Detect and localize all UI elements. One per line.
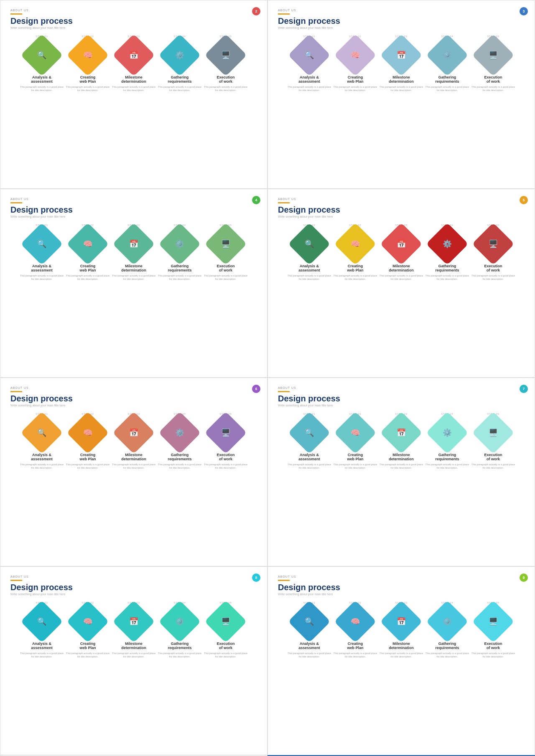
about-label-8: ABOUT US xyxy=(278,575,525,578)
slides-grid: 2 ABOUT US Design process Write somethin… xyxy=(0,0,535,756)
slide-5: 6 ABOUT US Design process Write somethin… xyxy=(0,378,268,566)
step-name-8-2: Creatingweb Plan xyxy=(347,642,363,651)
step-name-5-2: Creatingweb Plan xyxy=(79,453,96,462)
step-name-2-2: Creatingweb Plan xyxy=(347,75,363,84)
step-item-6-5: STEP 05 🖥️ Executionof work This paragra… xyxy=(470,413,516,470)
slide-badge-3: 4 xyxy=(252,196,260,204)
step-item-1-4: STEP 04 ⚙️ Gatheringrequirements This pa… xyxy=(157,35,203,92)
step-desc-6-4: This paragraph actually is a good place … xyxy=(424,463,470,470)
step-desc-4-2: This paragraph actually is a good place … xyxy=(332,274,378,281)
steps-row-4: STEP 01 🔍 Analysis &assessment This para… xyxy=(278,224,525,281)
step-name-6-1: Analysis &assessment xyxy=(298,453,320,462)
step-desc-6-5: This paragraph actually is a good place … xyxy=(470,463,516,470)
diamond-4-5: 🖥️ xyxy=(476,227,510,261)
diamond-5-2: 🧠 xyxy=(71,416,104,449)
about-label-1: ABOUT US xyxy=(10,9,257,12)
slide-title-4: Design process xyxy=(278,205,525,214)
step-desc-2-1: This paragraph actually is a good place … xyxy=(286,86,332,92)
step-name-3-2: Creatingweb Plan xyxy=(79,264,96,273)
step-name-1-4: Gatheringrequirements xyxy=(168,75,191,84)
step-item-5-4: STEP 04 ⚙️ Gatheringrequirements This pa… xyxy=(157,413,203,470)
step-name-6-3: Milestonedetermination xyxy=(389,453,414,462)
step-desc-3-2: This paragraph actually is a good place … xyxy=(65,274,111,281)
steps-row-5: STEP 01 🔍 Analysis &assessment This para… xyxy=(10,413,257,470)
step-desc-7-2: This paragraph actually is a good place … xyxy=(65,652,111,659)
step-name-4-2: Creatingweb Plan xyxy=(347,264,363,273)
step-name-8-5: Executionof work xyxy=(484,642,502,651)
accent-line-3 xyxy=(10,202,22,203)
slide-badge-2: 3 xyxy=(520,7,528,15)
step-desc-5-2: This paragraph actually is a good place … xyxy=(65,463,111,470)
step-desc-5-5: This paragraph actually is a good place … xyxy=(203,463,249,470)
step-desc-7-4: This paragraph actually is a good place … xyxy=(157,652,203,659)
slide-2: 3 ABOUT US Design process Write somethin… xyxy=(268,0,535,189)
step-item-1-2: STEP 02 🧠 Creatingweb Plan This paragrap… xyxy=(65,35,111,92)
step-desc-1-5: This paragraph actually is a good place … xyxy=(203,86,249,92)
step-name-7-1: Analysis &assessment xyxy=(31,642,53,651)
step-name-5-4: Gatheringrequirements xyxy=(168,453,191,462)
diamond-7-5: 🖥️ xyxy=(209,605,242,638)
diamond-4-1: 🔍 xyxy=(293,227,326,261)
diamond-7-3: 📅 xyxy=(117,605,150,638)
step-item-2-5: STEP 05 🖥️ Executionof work This paragra… xyxy=(470,35,516,92)
step-desc-1-4: This paragraph actually is a good place … xyxy=(157,86,203,92)
step-item-7-3: STEP 03 📅 Milestonedetermination This pa… xyxy=(111,601,157,659)
step-item-1-5: STEP 05 🖥️ Executionof work This paragra… xyxy=(203,35,249,92)
slide-title-8: Design process xyxy=(278,583,525,592)
step-desc-5-3: This paragraph actually is a good place … xyxy=(111,463,157,470)
step-desc-6-3: This paragraph actually is a good place … xyxy=(378,463,424,470)
diamond-6-4: ⚙️ xyxy=(431,416,464,449)
slide-badge-5: 6 xyxy=(252,385,260,393)
step-item-6-1: STEP 01 🔍 Analysis &assessment This para… xyxy=(286,413,332,470)
step-name-1-1: Analysis &assessment xyxy=(31,75,53,84)
accent-line-6 xyxy=(278,391,290,392)
about-label-4: ABOUT US xyxy=(278,198,525,200)
step-item-2-4: STEP 04 ⚙️ Gatheringrequirements This pa… xyxy=(424,35,470,92)
step-desc-5-4: This paragraph actually is a good place … xyxy=(157,463,203,470)
accent-line-4 xyxy=(278,202,290,203)
step-item-4-3: STEP 03 📅 Milestonedetermination This pa… xyxy=(378,224,424,281)
slide-6: 7 ABOUT US Design process Write somethin… xyxy=(268,378,535,566)
diamond-1-1: 🔍 xyxy=(25,38,59,72)
step-item-8-5: STEP 05 🖥️ Executionof work This paragra… xyxy=(470,601,516,659)
step-item-5-2: STEP 02 🧠 Creatingweb Plan This paragrap… xyxy=(65,413,111,470)
slide-title-1: Design process xyxy=(10,16,257,25)
step-item-7-1: STEP 01 🔍 Analysis &assessment This para… xyxy=(19,601,65,659)
diamond-2-4: ⚙️ xyxy=(431,38,464,72)
step-name-4-1: Analysis &assessment xyxy=(298,264,320,273)
diamond-8-4: ⚙️ xyxy=(431,605,464,638)
slide-7: 8 ABOUT US Design process Write somethin… xyxy=(0,566,268,755)
step-name-3-5: Executionof work xyxy=(217,264,234,273)
step-desc-7-5: This paragraph actually is a good place … xyxy=(203,652,249,659)
step-name-4-3: Milestonedetermination xyxy=(389,264,414,273)
step-desc-4-5: This paragraph actually is a good place … xyxy=(470,274,516,281)
step-item-7-2: STEP 02 🧠 Creatingweb Plan This paragrap… xyxy=(65,601,111,659)
step-name-6-4: Gatheringrequirements xyxy=(435,453,459,462)
step-item-3-5: STEP 05 🖥️ Executionof work This paragra… xyxy=(203,224,249,281)
slide-subtitle-6: Write something about your main title he… xyxy=(278,404,525,407)
step-name-7-5: Executionof work xyxy=(217,642,234,651)
diamond-2-3: 📅 xyxy=(385,38,418,72)
diamond-7-1: 🔍 xyxy=(25,605,59,638)
step-item-7-5: STEP 05 🖥️ Executionof work This paragra… xyxy=(203,601,249,659)
accent-line-2 xyxy=(278,13,290,15)
slide-subtitle-1: Write something about your main title he… xyxy=(10,26,257,29)
slide-subtitle-3: Write something about your main title he… xyxy=(10,215,257,218)
diamond-8-5: 🖥️ xyxy=(476,605,510,638)
step-item-4-1: STEP 01 🔍 Analysis &assessment This para… xyxy=(286,224,332,281)
slide-title-2: Design process xyxy=(278,16,525,25)
slide-badge-1: 2 xyxy=(252,7,260,15)
step-desc-1-2: This paragraph actually is a good place … xyxy=(65,86,111,92)
step-name-2-3: Milestonedetermination xyxy=(389,75,414,84)
about-label-7: ABOUT US xyxy=(10,575,257,578)
about-label-2: ABOUT US xyxy=(278,9,525,12)
about-label-5: ABOUT US xyxy=(10,386,257,389)
diamond-2-1: 🔍 xyxy=(293,38,326,72)
step-item-4-5: STEP 05 🖥️ Executionof work This paragra… xyxy=(470,224,516,281)
slide-title-5: Design process xyxy=(10,394,257,403)
step-desc-5-1: This paragraph actually is a good place … xyxy=(19,463,65,470)
step-item-2-2: STEP 02 🧠 Creatingweb Plan This paragrap… xyxy=(332,35,378,92)
step-desc-7-1: This paragraph actually is a good place … xyxy=(19,652,65,659)
diamond-3-1: 🔍 xyxy=(25,227,59,261)
step-item-7-4: STEP 04 ⚙️ Gatheringrequirements This pa… xyxy=(157,601,203,659)
